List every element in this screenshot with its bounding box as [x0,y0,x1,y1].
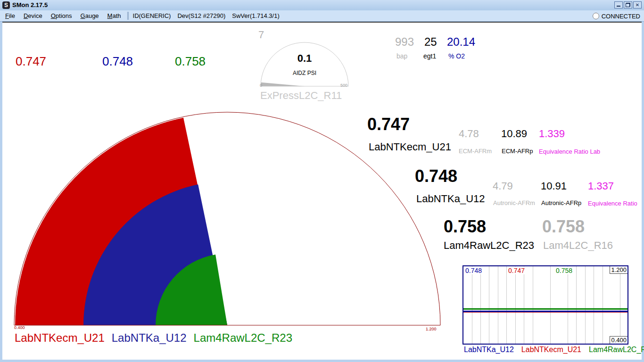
lambda2-afrp-label: Autronic-AFRp [541,200,581,206]
aux-gauge-label: AIDZ PSI [293,70,316,76]
aux-gauge-max-tick: 500 [340,83,347,88]
lambda2-eq: 1.337 [588,181,614,191]
aux-gauge-stale-value: 7 [258,29,264,40]
readout-labntka-mini: 0.748 [102,55,133,68]
chart-legend-labntkecm: LabNTKecm_U21 [521,346,581,354]
lambda3-stale-value: 0.758 [542,218,585,236]
aux-gauge-value: 0.1 [297,53,312,64]
aux-gauge-min-tick: 0 [260,83,262,88]
device-swver: SwVer(1.714.3/1) [232,12,279,19]
menu-math[interactable]: Math [104,11,124,21]
lambda3-stale-name: Lam4L2C_R16 [543,240,613,251]
strip-chart: 0.748 0.747 0.758 1.200 0.400 [462,265,628,345]
lambda2-afrp: 10.91 [541,181,567,191]
chart-value-lam4raw: 0.758 [555,267,573,274]
lambda2-eq-label: Equivalence Ratio [588,200,637,207]
close-button[interactable]: ✕ [633,1,642,8]
restore-icon [626,3,630,7]
lambda2-value: 0.748 [415,167,457,185]
readout-egt1: 25 [424,36,437,48]
device-info: ID(GENERIC) Dev(S12 #27290) SwVer(1.714.… [133,12,280,19]
main-gauge-legend: LabNTKecm_U21 LabNTKa_U12 Lam4RawL2C_R23 [15,331,292,345]
lambda1-afrm: 4.78 [459,128,479,139]
menu-bar: File Device Options Gauge Math ID(GENERI… [0,10,644,22]
chart-legend-lam4raw: Lam4RawL2C_R23 [589,346,644,354]
connection-label: CONNECTED [602,13,640,20]
readout-bap: 993 [395,36,414,48]
trace-labntka [463,311,627,312]
readout-o2-label: % O2 [448,53,465,60]
connection-led-icon [593,13,599,19]
legend-labntka: LabNTKa_U12 [112,331,187,345]
lambda1-eq: 1.339 [539,128,565,139]
legend-lam4raw: Lam4RawL2C_R23 [194,331,292,345]
lambda2-afrm-label: Autronic-AFRm [493,200,535,206]
lambda1-value: 0.747 [367,115,410,133]
minimize-icon [617,3,620,7]
connection-status: CONNECTED [593,10,640,22]
device-rev: Dev(S12 #27290) [177,12,225,19]
minimize-button[interactable] [614,1,623,8]
lambda1-name: LabNTKecm_U21 [369,141,451,152]
readout-bap-label: bap [396,53,407,60]
lambda1-afrm-label: ECM-AFRm [459,148,492,155]
main-gauge-min-tick: 0.400 [14,326,25,330]
menu-options[interactable]: Options [48,11,75,21]
window-title: SMon 2.17.5 [12,1,48,8]
device-id: ID(GENERIC) [133,12,171,19]
menu-device[interactable]: Device [20,11,46,21]
readout-lam4raw-mini: 0.758 [175,55,206,68]
chart-legend-labntka: LabNTKa_U12 [464,346,514,354]
lambda2-afrm: 4.79 [493,181,513,191]
lambda1-afrp-label: ECM-AFRp [502,148,533,155]
legend-labntkecm: LabNTKecm_U21 [15,331,105,345]
chart-value-labntkecm: 0.747 [507,267,526,274]
trace-lam4raw [463,308,627,310]
chart-ymax: 1.200 [610,266,627,274]
lambda1-eq-label: Equivalence Ratio Lab [539,148,600,155]
aux-gauge-name: ExPressL2C_R11 [260,90,342,101]
readout-o2: 20.14 [447,36,475,48]
menu-gauge[interactable]: Gauge [77,11,102,21]
menu-separator [127,12,129,20]
lambda1-afrp: 10.89 [501,128,527,139]
chart-value-labntka: 0.748 [464,267,483,274]
title-bar[interactable]: S SMon 2.17.5 ✕ [0,0,644,10]
strip-chart-legend: LabNTKa_U12 LabNTKecm_U21 Lam4RawL2C_R23 [464,346,644,354]
smon-window: S SMon 2.17.5 ✕ File Device Options Gaug… [0,0,644,362]
lambda3-name: Lam4RawL2C_R23 [444,240,534,251]
lambda3-value: 0.758 [444,218,486,236]
readout-labntkecm-mini: 0.747 [16,55,46,68]
app-icon: S [2,1,10,9]
lambda2-name: LabNTKa_U12 [416,193,485,204]
chart-ymin: 0.400 [610,336,627,344]
close-icon: ✕ [636,2,639,8]
main-gauge-max-tick: 1.200 [426,327,437,331]
restore-button[interactable] [624,1,632,8]
readout-egt1-label: egt1 [423,53,436,60]
menu-file[interactable]: File [2,11,18,21]
